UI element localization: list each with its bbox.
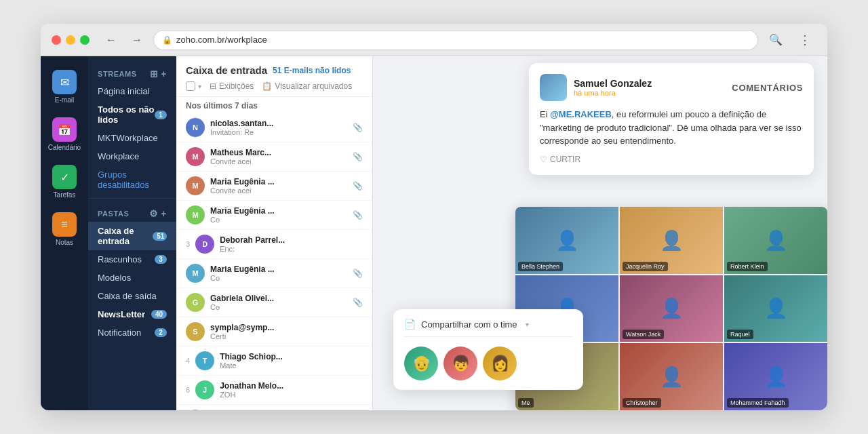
chevron-down-icon[interactable]: ▾ [526, 321, 529, 328]
calendar-icon-box: 📅 [52, 117, 77, 142]
browser-window: ← → 🔒 zoho.com.br/workplace 🔍 ⋮ ✉ E-mail [41, 24, 827, 410]
share-avatar-2[interactable]: 👦 [443, 347, 477, 380]
email-subject: Certi [210, 332, 363, 340]
sidebar-folder-outbox[interactable]: Caixa de saída [88, 287, 176, 305]
video-cell[interactable]: 👤 Raquel [724, 275, 827, 342]
email-row[interactable]: N nicolas.santan... Invitation: Re 📎 [176, 113, 372, 142]
unread-badge: 1 [155, 111, 167, 119]
email-row[interactable]: S sympla@symp... Certi [176, 317, 372, 347]
participant-name: Christopher [623, 398, 661, 408]
streams-add-icon[interactable]: + [161, 68, 167, 79]
sidebar-folder-notification[interactable]: Notification 2 [88, 323, 176, 342]
video-cell[interactable]: 👤 Bella Stephen [515, 207, 618, 274]
forward-button[interactable]: → [127, 31, 146, 49]
avatar: M [186, 410, 205, 410]
email-subject: ZOH [220, 391, 363, 399]
archive-button[interactable]: 📋 Visualizar arquivados [262, 81, 352, 91]
sidebar-folder-newsletter[interactable]: NewsLetter 40 [88, 305, 176, 323]
newsletter-badge: 40 [151, 310, 167, 319]
email-row[interactable]: M Me [TES [176, 405, 372, 410]
avatar: G [186, 293, 205, 312]
participant-name: Jacquelin Roy [623, 262, 668, 271]
email-row[interactable]: 6 J Jonathan Melo... ZOH [176, 376, 372, 405]
sidebar-nav: STREAMS ⊞ + Página inicial Todos os não … [88, 56, 176, 410]
email-subject: Convite acei [210, 157, 347, 165]
maximize-button[interactable] [80, 35, 90, 45]
address-bar[interactable]: 🔒 zoho.com.br/workplace [153, 30, 758, 50]
attachment-icon: 📎 [353, 210, 363, 220]
email-row[interactable]: 4 T Thiago Schiop... Mate [176, 347, 372, 376]
sidebar-nav-home[interactable]: Página inicial [88, 82, 176, 100]
checkbox-dropdown[interactable]: ▾ [198, 83, 201, 90]
sidebar-nav-workplace[interactable]: Workplace [88, 147, 176, 165]
video-cell[interactable]: 👤 Christopher [620, 343, 723, 410]
pastas-add-icon[interactable]: + [161, 208, 167, 219]
email-row[interactable]: M Matheus Marc... Convite acei 📎 [176, 142, 372, 172]
avatar: M [186, 176, 205, 195]
sidebar-folder-inbox[interactable]: Caixa de entrada 51 [88, 222, 176, 250]
email-subject: Co [210, 274, 347, 282]
streams-section-title: STREAMS ⊞ + [88, 63, 176, 82]
participant-name: Robert Klein [727, 262, 768, 271]
calendar-label: Calendário [48, 144, 81, 151]
sidebar-folder-templates[interactable]: Modelos [88, 269, 176, 287]
inbox-title: Caixa de entrada [186, 64, 267, 76]
email-subject: Mate [220, 361, 363, 370]
email-list: N nicolas.santan... Invitation: Re 📎 M M… [176, 113, 372, 410]
email-sender: Maria Eugênia ... [210, 177, 347, 186]
url-text: zoho.com.br/workplace [176, 35, 267, 45]
inbox-badge: 51 [153, 232, 167, 241]
comment-footer: ♡ CURTIR [540, 155, 803, 164]
pastas-settings-icon[interactable]: ⚙ [149, 208, 159, 219]
back-button[interactable]: ← [102, 31, 121, 49]
share-avatars: 👴 👦 👩 [404, 347, 572, 380]
email-subject: Invitation: Re [210, 128, 347, 136]
email-subject: Convite acei [210, 186, 347, 195]
email-number: 6 [186, 386, 190, 394]
notes-icon-box: ≡ [52, 212, 77, 237]
sidebar-item-calendar[interactable]: 📅 Calendário [44, 112, 85, 157]
email-row[interactable]: 3 D Deborah Parrel... Enc: [176, 230, 372, 259]
participant-name: Me [518, 398, 534, 408]
share-avatar-1[interactable]: 👴 [404, 347, 438, 380]
video-cell[interactable]: 👤 Robert Klein [724, 207, 827, 274]
email-sender: sympla@symp... [210, 323, 363, 332]
email-sender: Thiago Schiop... [220, 352, 363, 361]
share-label: Compartilhar com o time [421, 319, 517, 330]
close-button[interactable] [52, 35, 61, 45]
participant-name: Raquel [727, 330, 753, 339]
select-all-checkbox[interactable] [186, 81, 195, 91]
sidebar-item-tasks[interactable]: ✓ Tarefas [44, 159, 85, 204]
email-subject: Co [210, 303, 347, 311]
email-row[interactable]: M Maria Eugênia ... Co 📎 [176, 259, 372, 288]
main-content: Samuel Gonzalez há uma hora COMENTÁRIOS … [373, 56, 827, 410]
minimize-button[interactable] [66, 35, 75, 45]
share-avatar-3[interactable]: 👩 [483, 347, 517, 380]
email-row[interactable]: G Gabriela Olivei... Co 📎 [176, 288, 372, 317]
search-button[interactable]: 🔍 [765, 31, 787, 49]
sidebar-nav-disabled-groups[interactable]: Grupos desabilitados [88, 165, 176, 194]
period-label: Nos últimos 7 dias [176, 97, 372, 113]
comment-username: Samuel Gonzalez [574, 78, 652, 89]
video-cell[interactable]: 👤 Mohammed Fahadh [724, 343, 827, 410]
menu-button[interactable]: ⋮ [793, 30, 816, 50]
email-sender: Deborah Parrel... [220, 235, 363, 245]
email-row[interactable]: M Maria Eugênia ... Convite acei 📎 [176, 172, 372, 201]
comment-header: Samuel Gonzalez há uma hora COMENTÁRIOS [540, 74, 803, 101]
like-button[interactable]: ♡ CURTIR [540, 155, 580, 164]
email-row[interactable]: M Maria Eugênia ... Co 📎 [176, 201, 372, 230]
streams-filter-icon[interactable]: ⊞ [150, 68, 159, 79]
sidebar-nav-mktworkplace[interactable]: MKTWorkplace [88, 129, 176, 147]
sidebar-nav-unread[interactable]: Todos os não lidos 1 [88, 100, 176, 129]
video-cell[interactable]: 👤 Jacquelin Roy [620, 207, 723, 274]
tasks-icon-box: ✓ [52, 165, 77, 189]
sidebar-item-email[interactable]: ✉ E-mail [44, 64, 85, 109]
sidebar-folder-drafts[interactable]: Rascunhos 3 [88, 250, 176, 269]
comment-label: COMENTÁRIOS [732, 83, 803, 93]
calendar-icon: 📅 [58, 123, 71, 136]
filter-button[interactable]: ⊟ Exibições [210, 81, 254, 91]
drafts-badge: 3 [155, 255, 167, 264]
video-cell[interactable]: 👤 Watson Jack [620, 275, 723, 342]
sidebar-item-notes[interactable]: ≡ Notas [44, 207, 85, 252]
email-panel-header: Caixa de entrada 51 E-mails não lidos ▾ … [176, 56, 372, 97]
